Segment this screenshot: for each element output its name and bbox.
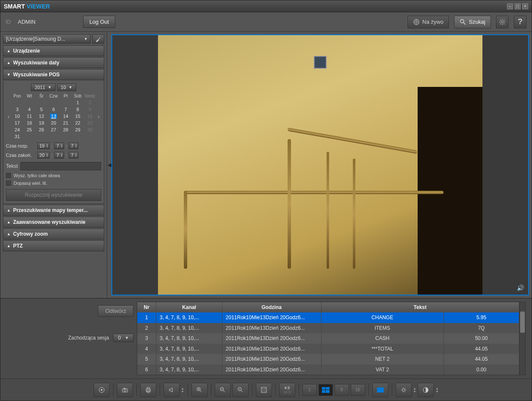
calendar: PonWtŚrCzwPtSobNiedz 12 3456789 10111213…: [11, 93, 96, 140]
titlebar: SMART VIEWER – □ ×: [0, 0, 532, 12]
search-icon: [460, 19, 466, 25]
svg-point-1: [460, 19, 464, 23]
session-label: Zachodząca sesja: [68, 335, 109, 341]
layout-1-button[interactable]: 1: [302, 384, 317, 396]
cal-next[interactable]: ›: [96, 113, 101, 120]
record-button[interactable]: [94, 383, 110, 397]
live-mode-button[interactable]: Na żywo: [407, 16, 449, 28]
section-pos-search[interactable]: ▼Wyszukiwanie POS: [3, 69, 104, 80]
snapshot-button[interactable]: [117, 383, 133, 397]
fullscreen-icon: [260, 387, 267, 393]
disc-icon: [98, 387, 105, 393]
play-button[interactable]: Odtwórz: [98, 305, 133, 317]
logout-button[interactable]: Log Out: [83, 16, 115, 28]
question-icon: ?: [518, 17, 523, 26]
table-row[interactable]: 63, 4, 7, 8, 9, 10,...2011Rok10Mie13Dzie…: [137, 365, 519, 375]
device-select[interactable]: [Urządzenie]Samsung D... ▼: [3, 34, 91, 44]
contrast-icon: [422, 387, 429, 393]
table-row[interactable]: 13, 4, 7, 8, 9, 10,...2011Rok10Mie13Dzie…: [137, 312, 519, 323]
sidebar-toggle[interactable]: ◀: [107, 32, 111, 298]
time-end-label: Czas zakoń.: [6, 153, 36, 158]
time-start-m[interactable]: 7▲▼: [54, 142, 64, 149]
time-end-m[interactable]: 7▲▼: [54, 152, 64, 159]
print-button[interactable]: [140, 383, 156, 397]
time-end-h[interactable]: 20▲▼: [37, 152, 50, 159]
time-end-s[interactable]: 7▲▼: [69, 152, 78, 159]
bottom-panel: Odtwórz Zachodząca sesja 0▼ Nr Kanał God…: [0, 298, 532, 401]
svg-rect-8: [124, 388, 125, 389]
help-button[interactable]: ?: [514, 16, 526, 28]
month-select[interactable]: 10▼: [57, 84, 76, 91]
table-row[interactable]: 23, 4, 7, 8, 9, 10,...2011Rok10Mie13Dzie…: [137, 323, 519, 334]
volume-button[interactable]: [163, 383, 180, 397]
svg-line-20: [241, 390, 243, 392]
volume-down-icon[interactable]: ▼: [181, 390, 184, 393]
svg-point-7: [124, 389, 126, 391]
section-device[interactable]: ▲Urządzenie: [3, 45, 104, 56]
calendar-selected-day[interactable]: 13: [47, 113, 60, 120]
maximize-button[interactable]: □: [515, 3, 521, 9]
layout-4-button[interactable]: [319, 384, 333, 396]
volume-up-icon[interactable]: ▲: [181, 387, 184, 390]
contrast-button[interactable]: [418, 383, 434, 397]
svg-point-5: [101, 389, 103, 391]
section-date-search[interactable]: ▲Wyszukiwanie daty: [3, 57, 104, 68]
time-start-h[interactable]: 19▲▼: [37, 142, 50, 149]
video-viewer[interactable]: 🔊: [111, 34, 529, 295]
playback-toolbar: ▲▼ 4:3 16:9 1 9 16 ▲▼ ▲▼: [0, 379, 532, 401]
gear-icon: [499, 19, 506, 25]
table-row[interactable]: 43, 4, 7, 8, 9, 10,...2011Rok10Mie13Dzie…: [137, 344, 519, 354]
pipette-icon: [95, 36, 102, 42]
id-label: ID: [6, 19, 11, 25]
cal-prev[interactable]: ‹: [6, 113, 11, 120]
zoom-reset-icon: [237, 387, 244, 393]
search-text-input[interactable]: [20, 162, 101, 170]
camera-icon: [122, 387, 128, 393]
speaker-icon: [168, 387, 175, 393]
brightness-button[interactable]: [396, 383, 412, 397]
sidebar: [Urządzenie]Samsung D... ▼ ▲Urządzenie ▲…: [0, 32, 107, 298]
session-select[interactable]: 0▼: [113, 334, 133, 342]
topbar: ID ADMIN Log Out Na żywo Szukaj ?: [0, 12, 532, 32]
zoom-reset-button[interactable]: [233, 383, 249, 397]
svg-rect-10: [147, 387, 150, 389]
layout-16-button[interactable]: 16: [351, 384, 365, 396]
minimize-button[interactable]: –: [507, 3, 513, 9]
results-scrollbar[interactable]: [519, 302, 525, 375]
svg-line-13: [200, 390, 202, 392]
section-heatmap[interactable]: ▲Przeszukiwanie mapy temper...: [3, 205, 104, 216]
svg-line-2: [463, 22, 466, 25]
refresh-device-button[interactable]: [92, 34, 104, 44]
start-search-button[interactable]: Rozpocznij wyszukiwanie: [6, 189, 101, 201]
year-select[interactable]: 2011▼: [31, 84, 55, 91]
time-start-label: Czas rozp.: [6, 143, 36, 148]
results-table: Nr Kanał Godzina Tekst 13, 4, 7, 8, 9, 1…: [137, 302, 526, 375]
text-label: Tekst: [6, 163, 18, 169]
time-start-s[interactable]: 7▲▼: [69, 142, 78, 149]
zoom-out-icon: [219, 387, 226, 393]
chevron-down-icon: ▼: [84, 37, 88, 41]
table-row[interactable]: 33, 4, 7, 8, 9, 10,...2011Rok10Mie13Dzie…: [137, 333, 519, 344]
brightness-icon: [400, 387, 407, 393]
fullscreen-button[interactable]: [256, 383, 272, 397]
zoom-out-button[interactable]: [215, 383, 231, 397]
globe-icon: [413, 19, 420, 25]
match-case-checkbox[interactable]: [6, 181, 11, 186]
print-icon: [145, 387, 152, 393]
monitor-button[interactable]: [372, 383, 388, 397]
zoom-in-button[interactable]: [191, 383, 208, 397]
settings-button[interactable]: [496, 16, 509, 28]
section-ptz[interactable]: ▲PTZ: [3, 240, 104, 251]
table-row[interactable]: 53, 4, 7, 8, 9, 10,...2011Rok10Mie13Dzie…: [137, 354, 519, 365]
section-advanced[interactable]: ▲Zaawansowane wyszukiwanie: [3, 217, 104, 228]
camera-feed: [158, 35, 482, 295]
search-mode-button[interactable]: Szukaj: [454, 16, 491, 28]
whole-words-checkbox[interactable]: [6, 173, 11, 178]
close-button[interactable]: ×: [522, 3, 528, 9]
section-zoom[interactable]: ▲Cyfrowy zoom: [3, 228, 104, 239]
zoom-in-icon: [196, 387, 203, 393]
audio-icon[interactable]: 🔊: [517, 284, 524, 291]
layout-9-button[interactable]: 9: [335, 384, 349, 396]
aspect-ratio-button[interactable]: 4:3 16:9: [279, 383, 295, 397]
svg-rect-22: [261, 387, 266, 393]
